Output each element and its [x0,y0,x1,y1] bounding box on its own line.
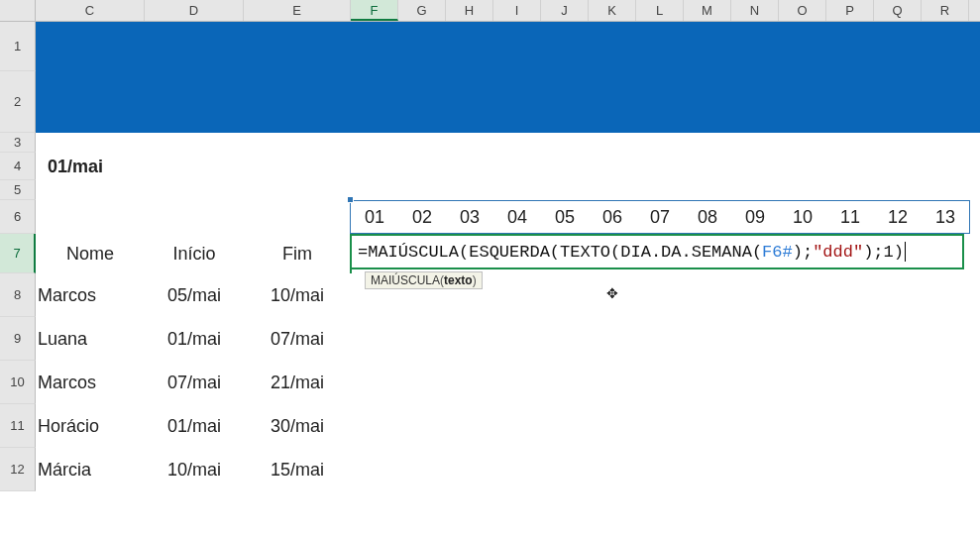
table-cell-inicio[interactable]: 10/mai [145,448,244,491]
table-cell-fim[interactable]: 10/mai [244,273,351,317]
spill-cell[interactable]: 06 [589,200,636,234]
table-cell-fim[interactable]: 07/mai [244,317,351,361]
col-header-K[interactable]: K [589,0,636,21]
table-cell-nome[interactable]: Márcia [32,448,145,491]
col-header-H[interactable]: H [446,0,493,21]
spill-cell[interactable]: 02 [398,200,446,234]
row-header-12[interactable]: 12 [0,448,36,491]
row-header-6[interactable]: 6 [0,200,36,234]
table-cell-inicio[interactable]: 07/mai [145,361,244,404]
col-header-I[interactable]: I [493,0,541,21]
column-headers: CDEFGHIJKLMNOPQR [36,0,969,21]
col-header-fim[interactable]: Fim [244,234,351,273]
spill-cell[interactable]: 07 [636,200,684,234]
spill-cell[interactable]: 04 [493,200,541,234]
table-cell-nome[interactable]: Horácio [32,404,145,448]
row-header-9[interactable]: 9 [0,317,36,361]
table-cell-fim[interactable]: 15/mai [244,448,351,491]
row-header-4[interactable]: 4 [0,153,36,180]
col-header-C[interactable]: C [36,0,145,21]
col-header-inicio[interactable]: Início [145,234,244,273]
col-header-D[interactable]: D [145,0,244,21]
cells-area[interactable]: 01/mai Nome Início Fim Marcos05/mai10/ma… [36,22,980,491]
table-cell-inicio[interactable]: 01/mai [145,317,244,361]
spill-cell[interactable]: 12 [874,200,922,234]
select-all-corner[interactable] [0,0,36,21]
grid-body: 123456789101112 01/mai Nome Início Fim M… [0,22,980,491]
spill-cell[interactable]: 01 [351,200,398,234]
row-header-5[interactable]: 5 [0,180,36,200]
row-header-11[interactable]: 11 [0,404,36,448]
spill-handle-icon[interactable] [347,196,354,203]
table-cell-nome[interactable]: Marcos [32,361,145,404]
spill-cell[interactable]: 10 [779,200,826,234]
col-header-Q[interactable]: Q [874,0,922,21]
col-header-P[interactable]: P [826,0,874,21]
row-header-7[interactable]: 7 [0,234,36,273]
formula-edit-cell[interactable]: =MAIÚSCULA(ESQUERDA(TEXTO(DIA.DA.SEMANA(… [350,234,964,269]
column-header-row: CDEFGHIJKLMNOPQR [0,0,980,22]
move-cursor-icon: ✥ [606,285,618,301]
table-cell-fim[interactable]: 21/mai [244,361,351,404]
tooltip-arg: texto [444,273,473,287]
banner [36,22,980,133]
spill-cell[interactable]: 03 [446,200,493,234]
col-header-L[interactable]: L [636,0,684,21]
col-header-J[interactable]: J [541,0,589,21]
tooltip-fn: MAIÚSCULA [371,273,440,287]
row-header-8[interactable]: 8 [0,273,36,317]
table-cell-nome[interactable]: Marcos [32,273,145,317]
table-cell-fim[interactable]: 30/mai [244,404,351,448]
spill-cell[interactable]: 08 [684,200,731,234]
col-header-nome[interactable]: Nome [36,234,145,273]
col-header-G[interactable]: G [398,0,446,21]
col-header-M[interactable]: M [684,0,731,21]
col-header-E[interactable]: E [244,0,351,21]
table-cell-inicio[interactable]: 05/mai [145,273,244,317]
formula-tooltip: MAIÚSCULA(texto) [365,271,483,289]
spill-cell[interactable]: 11 [826,200,874,234]
col-header-N[interactable]: N [731,0,779,21]
col-header-R[interactable]: R [922,0,969,21]
row-header-1[interactable]: 1 [0,22,36,71]
table-cell-nome[interactable]: Luana [32,317,145,361]
row-header-10[interactable]: 10 [0,361,36,404]
col-header-F[interactable]: F [351,0,398,21]
spill-cell[interactable]: 05 [541,200,589,234]
table-cell-inicio[interactable]: 01/mai [145,404,244,448]
spill-cell[interactable]: 09 [731,200,779,234]
row-header-2[interactable]: 2 [0,71,36,133]
row-headers: 123456789101112 [0,22,36,491]
row-header-3[interactable]: 3 [0,133,36,153]
col-header-O[interactable]: O [779,0,826,21]
spill-cell[interactable]: 13 [922,200,969,234]
date-cell[interactable]: 01/mai [42,153,109,180]
